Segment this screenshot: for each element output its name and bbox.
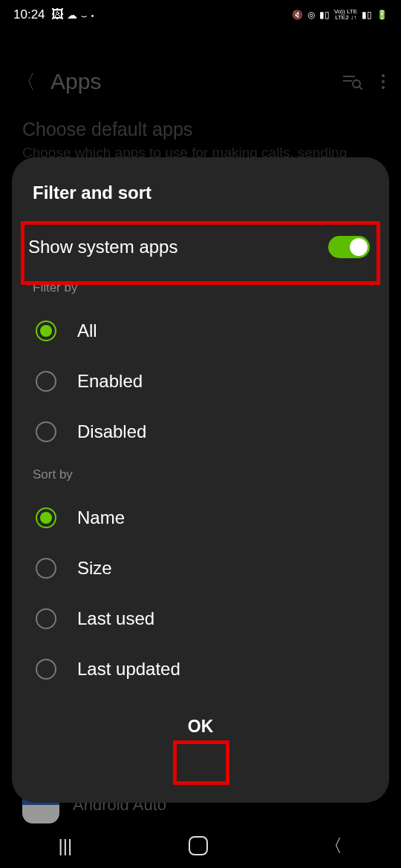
divider bbox=[86, 288, 368, 289]
status-left-icons: 🖼 ☁ ⌣ • bbox=[51, 7, 94, 22]
page-title: Apps bbox=[43, 69, 342, 94]
sort-by-header: Sort by bbox=[33, 467, 73, 482]
ok-button[interactable]: OK bbox=[176, 711, 226, 743]
network-label: Vo)) LTELTE2 ↓↑ bbox=[334, 9, 357, 21]
sort-size-row[interactable]: Size bbox=[33, 543, 368, 594]
bg-subheader: Choose default apps Choose which apps to… bbox=[22, 119, 379, 161]
radio-icon bbox=[36, 608, 56, 629]
filter-disabled-label: Disabled bbox=[77, 421, 146, 442]
hotspot-icon: ◎ bbox=[307, 10, 315, 20]
filter-enabled-row[interactable]: Enabled bbox=[33, 356, 368, 407]
status-right-icons: 🔇 ◎ ▮▯ Vo)) LTELTE2 ↓↑ ▮▯ 🔋 bbox=[292, 9, 388, 21]
dot-icon: • bbox=[91, 12, 94, 20]
back-icon: 〈 bbox=[16, 69, 43, 95]
radio-icon bbox=[36, 558, 56, 579]
signal2-icon: ▮▯ bbox=[362, 10, 372, 20]
status-time: 10:24 bbox=[13, 7, 45, 22]
filter-sort-dialog: Filter and sort Show system apps Filter … bbox=[12, 157, 389, 803]
filter-all-row[interactable]: All bbox=[33, 306, 368, 356]
mute-icon: 🔇 bbox=[292, 10, 303, 20]
filter-disabled-row[interactable]: Disabled bbox=[33, 407, 368, 457]
status-bar: 10:24 🖼 ☁ ⌣ • 🔇 ◎ ▮▯ Vo)) LTELTE2 ↓↑ ▮▯ … bbox=[0, 0, 401, 30]
filter-enabled-label: Enabled bbox=[77, 371, 143, 392]
bg-sub-title: Choose default apps bbox=[22, 119, 379, 140]
back-button[interactable]: 〈 bbox=[325, 834, 342, 858]
svg-line-3 bbox=[359, 87, 362, 90]
radio-icon bbox=[36, 371, 56, 392]
divider bbox=[82, 475, 368, 476]
nav-bar: ||| 〈 bbox=[0, 823, 401, 868]
filter-by-header: Filter by bbox=[33, 280, 77, 295]
sort-size-label: Size bbox=[77, 558, 112, 579]
radio-icon bbox=[36, 507, 56, 528]
smile-icon: ⌣ bbox=[81, 10, 88, 21]
sort-last-used-row[interactable]: Last used bbox=[33, 594, 368, 644]
sort-last-updated-label: Last updated bbox=[77, 659, 180, 680]
svg-point-2 bbox=[353, 80, 360, 88]
show-system-apps-toggle[interactable] bbox=[328, 236, 370, 258]
home-button[interactable] bbox=[189, 836, 208, 855]
recents-button[interactable]: ||| bbox=[59, 835, 73, 856]
show-system-apps-label: Show system apps bbox=[28, 237, 177, 257]
battery-icon: 🔋 bbox=[376, 10, 388, 20]
show-system-apps-row[interactable]: Show system apps bbox=[28, 224, 373, 270]
radio-icon bbox=[36, 659, 56, 680]
filter-all-label: All bbox=[77, 320, 97, 341]
bg-header: 〈 Apps bbox=[0, 59, 401, 104]
radio-icon bbox=[36, 320, 56, 341]
sort-last-updated-row[interactable]: Last updated bbox=[33, 644, 368, 694]
more-icon bbox=[382, 74, 385, 89]
picture-icon: 🖼 bbox=[51, 7, 64, 22]
sort-name-row[interactable]: Name bbox=[33, 493, 368, 543]
search-sort-icon bbox=[342, 73, 362, 90]
dialog-title: Filter and sort bbox=[33, 183, 368, 203]
cloud-icon: ☁ bbox=[67, 9, 77, 21]
sort-last-used-label: Last used bbox=[77, 608, 154, 629]
signal-icon: ▮▯ bbox=[319, 10, 330, 20]
radio-icon bbox=[36, 421, 56, 442]
sort-name-label: Name bbox=[77, 507, 125, 528]
